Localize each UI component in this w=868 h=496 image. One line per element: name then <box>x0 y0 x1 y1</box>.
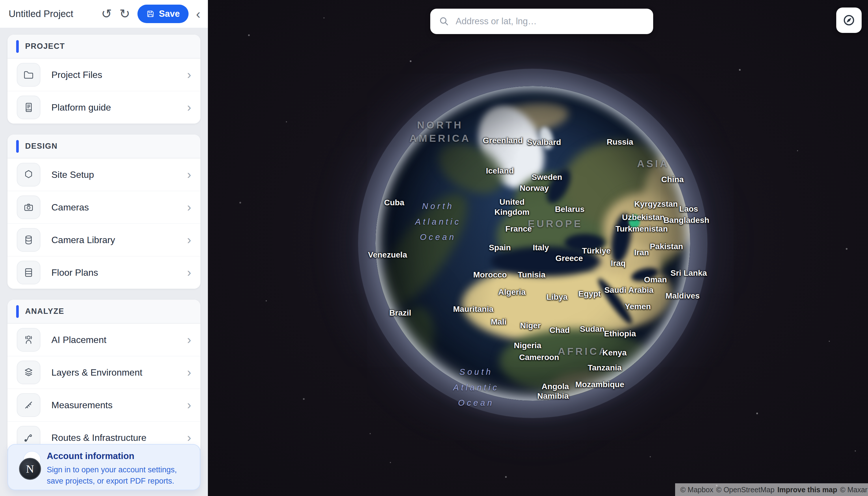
chevron-right-icon: › <box>187 399 191 411</box>
section-accent-bar <box>16 140 19 153</box>
hexagon-icon <box>17 163 41 186</box>
account-title: Account information <box>47 451 193 461</box>
sidebar-item-layers-environment[interactable]: Layers & Environment › <box>7 356 200 389</box>
database-icon <box>17 228 41 252</box>
chevron-right-icon: › <box>187 234 191 246</box>
chevron-right-icon: › <box>187 201 191 213</box>
sidebar-item-label: Routes & Infrastructure <box>51 433 176 443</box>
floor-plans-icon <box>17 261 41 284</box>
sidebar-item-project-files[interactable]: Project Files › <box>7 58 200 91</box>
attribution-maxar[interactable]: © Maxar <box>840 485 867 494</box>
attribution-improve-link[interactable]: Improve this map <box>777 485 837 494</box>
guide-icon <box>17 96 41 119</box>
collapse-sidebar-button[interactable]: ‹ <box>196 7 200 20</box>
section-title: ANALYZE <box>25 307 64 316</box>
avatar-initial: N <box>26 463 34 475</box>
search-icon <box>439 16 449 27</box>
section-accent-bar <box>16 305 19 318</box>
application-window: NORTH AMERICAEUROPEASIAAFRICANorth Atlan… <box>0 0 868 496</box>
compass-button[interactable] <box>836 7 862 33</box>
layers-icon <box>17 361 41 384</box>
sidebar-header: Untitled Project ↺ ↻ Save ‹ <box>0 0 208 28</box>
sidebar-item-cameras[interactable]: Cameras › <box>7 191 200 223</box>
sidebar-item-label: Platform guide <box>51 102 176 113</box>
sidebar-item-label: Layers & Environment <box>51 367 176 378</box>
account-description: Sign in to open your account settings, s… <box>47 464 193 487</box>
sidebar-item-label: Cameras <box>51 202 176 213</box>
chevron-right-icon: › <box>187 101 191 113</box>
attribution-mapbox[interactable]: © Mapbox <box>680 485 713 494</box>
sidebar-item-site-setup[interactable]: Site Setup › <box>7 158 200 191</box>
sidebar-item-platform-guide[interactable]: Platform guide › <box>7 91 200 124</box>
section-accent-bar <box>16 40 19 53</box>
chevron-right-icon: › <box>187 169 191 181</box>
sidebar-item-label: AI Placement <box>51 335 176 345</box>
map-attribution: © Mapbox © OpenStreetMap Improve this ma… <box>675 483 868 496</box>
sidebar-item-measurements[interactable]: Measurements › <box>7 389 200 421</box>
globe-atmosphere-rim <box>375 86 690 401</box>
account-text: Account information Sign in to open your… <box>47 451 193 487</box>
section-header-analyze: ANALYZE <box>7 300 200 323</box>
analyze-section-card: ANALYZE AI Placement › <box>7 300 200 454</box>
ruler-icon <box>17 393 41 417</box>
map-search-bar[interactable] <box>430 9 653 34</box>
section-title: DESIGN <box>25 142 58 151</box>
design-section-card: DESIGN Site Setup › <box>7 135 200 289</box>
folder-icon <box>17 63 41 87</box>
project-title[interactable]: Untitled Project <box>9 9 102 19</box>
sidebar-item-floor-plans[interactable]: Floor Plans › <box>7 256 200 289</box>
section-title: PROJECT <box>25 42 65 51</box>
sidebar-item-label: Project Files <box>51 69 176 80</box>
account-information-panel[interactable]: N Account information Sign in to open yo… <box>7 444 200 490</box>
chevron-right-icon: › <box>187 266 191 279</box>
sidebar-item-label: Floor Plans <box>51 267 176 278</box>
sidebar-item-label: Measurements <box>51 400 176 410</box>
sidebar-content: PROJECT Project Files › <box>0 28 208 496</box>
camera-icon <box>17 196 41 219</box>
section-header-design: DESIGN <box>7 135 200 158</box>
globe[interactable] <box>375 86 690 401</box>
redo-icon: ↻ <box>119 7 130 20</box>
section-header-project: PROJECT <box>7 35 200 58</box>
sidebar-item-camera-library[interactable]: Camera Library › <box>7 223 200 256</box>
search-input[interactable] <box>455 16 653 27</box>
chevron-right-icon: › <box>187 432 191 444</box>
save-icon <box>146 10 155 18</box>
sidebar-item-label: Site Setup <box>51 169 176 180</box>
chevron-right-icon: › <box>187 366 191 378</box>
save-button-label: Save <box>159 9 180 19</box>
undo-button[interactable]: ↺ <box>102 7 112 20</box>
attribution-osm[interactable]: © OpenStreetMap <box>716 485 774 494</box>
sidebar: Untitled Project ↺ ↻ Save ‹ PROJECT <box>0 0 208 496</box>
save-button[interactable]: Save <box>137 5 188 23</box>
sidebar-item-ai-placement[interactable]: AI Placement › <box>7 323 200 356</box>
chevron-right-icon: › <box>187 69 191 81</box>
ai-person-icon <box>17 328 41 352</box>
chevron-left-icon: ‹ <box>196 7 200 20</box>
redo-button[interactable]: ↻ <box>119 7 130 20</box>
avatar: N <box>19 458 41 480</box>
project-section-card: PROJECT Project Files › <box>7 35 200 124</box>
undo-icon: ↺ <box>102 7 112 20</box>
sidebar-item-label: Camera Library <box>51 235 176 245</box>
chevron-right-icon: › <box>187 334 191 346</box>
compass-icon <box>841 13 856 28</box>
